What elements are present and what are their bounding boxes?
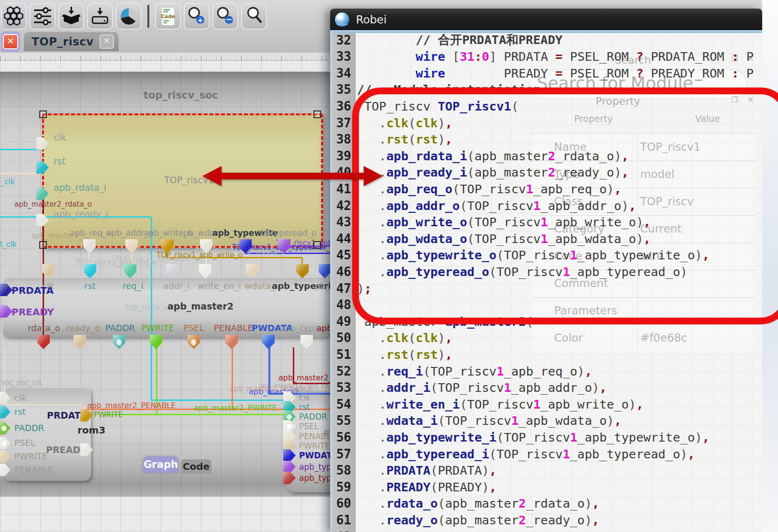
canvas-label: PREADY [46,445,86,455]
canvas-label: addr_i [163,281,189,291]
canvas-label: t_clk [0,241,16,249]
hexagon-grid-button[interactable] [1,3,27,30]
canvas-label: PWRITE [94,410,123,419]
graph-view-button[interactable]: Graph [143,456,178,473]
canvas-label: PSEL [183,323,204,333]
canvas-label: rst [84,281,96,291]
canvas-label: ready_o [66,323,100,333]
code-line-58[interactable]: 58 .PRDATA(PRDATA), [330,462,762,479]
canvas-label: apb_master2 [167,301,233,311]
code-line-60[interactable]: 60 .rdata_o(apb_master2_rdata_o), [330,495,762,512]
package-open-button[interactable] [58,3,84,30]
code-line-34[interactable]: 34 wire PREADY = PSEL_ROM ? PREADY_ROM :… [330,65,762,81]
code-line-33[interactable]: 33 wire [31:0] PRDATA = PSEL_ROM ? PRDAT… [330,48,762,65]
tab-label: TOP_riscv [32,35,94,48]
canvas-label: PADDR [299,412,327,421]
canvas-label: PWRITE [299,442,330,451]
canvas-label: PADDR [14,423,44,433]
code-view-button[interactable]: Code [181,459,211,474]
canvas-label: PENABLE [214,323,253,333]
code-line-52[interactable]: 52 .req_i(TOP_riscv1_apb_req_o), [330,363,762,379]
toolbar-divider [147,5,149,28]
canvas-label: clk [299,393,311,402]
code-line-51[interactable]: 51 .rst(rst), [330,346,762,363]
canvas-label: clk [14,393,26,403]
canvas-label: botyperead_o [261,229,316,238]
wire [232,347,233,409]
canvas-label: pb_ [315,281,330,291]
canvas-label: rst [54,156,66,166]
canvas-label: soc_soc_rst [1,379,42,387]
save-import-button[interactable] [87,3,113,30]
code-line-57[interactable]: 57 .apb_typeread_i(TOP_riscv1_apb_typere… [330,445,762,462]
pie-chart-button[interactable] [116,3,142,30]
canvas-label: PADDR [105,323,135,333]
canvas-label: req_i [122,281,144,291]
canvas-label: PSEL [299,422,319,431]
canvas-label: rst [14,407,26,417]
canvas-label: rom3 [78,425,105,435]
code-line-56[interactable]: 56 .apb_typewrite_i(TOP_riscv1_apb_typew… [330,429,762,445]
zoom-button[interactable] [241,3,267,30]
code-line-32[interactable]: 32 // 合开PRDATA和PREADY [330,33,762,48]
code-line-54[interactable]: 54 .write_en_i(TOP_riscv1_apb_write_o), [330,396,762,412]
sliders-button[interactable] [30,3,56,30]
canvas-label: clk [54,133,67,143]
port-marker[interactable] [313,111,321,118]
svg-text:−: − [225,14,232,24]
port-marker[interactable] [39,241,47,249]
tab-bar: ✕ TOP_riscv ✕ [0,31,119,53]
svg-text:Code: Code [161,13,175,19]
arrow-right-head [364,166,383,186]
canvas-label: PRDATA [11,285,54,296]
window-left-edge [330,30,332,532]
canvas-label: write_en_i [198,281,241,291]
canvas-label: apb_master2_rdata_o [14,200,92,209]
wire [0,173,42,174]
zoom-in-button[interactable]: + [184,3,210,30]
canvas-label: rdata_o [28,323,60,333]
svg-text:+: + [197,16,203,24]
canvas-label: _clk [1,178,15,186]
toolbar: Code+− [1,3,267,30]
tab-close-icon[interactable]: ✕ [100,34,114,49]
window-title: Robei [356,13,387,26]
canvas-label: PREADY [11,307,54,317]
tab-top-riscv[interactable]: TOP_riscv ✕ [24,32,119,51]
canvas-label: PENABLE [14,465,54,475]
wire [103,414,288,415]
code-doc-button[interactable]: Code [155,3,181,30]
canvas-label: apb_master2_PENABLE [87,401,176,410]
code-line-59[interactable]: 59 .PREADY(PREADY), [330,478,762,495]
canvas-label: PWRITE [14,452,47,461]
code-line-53[interactable]: 53 .addr_i(TOP_riscv1_apb_addr_o), [330,379,762,396]
canvas-label: top_riscv_soc [144,90,218,101]
canvas-label: apb_ready_i [54,209,108,219]
code-line-61[interactable]: 61 .ready_o(apb_master2_ready_o), [330,511,762,528]
window-titlebar[interactable]: Robei Robei [330,9,762,30]
canvas-label: apb_master2_ [32,232,82,240]
canvas-label: apb_master2_PWRITE [194,404,277,412]
wire [4,404,81,405]
code-line-55[interactable]: 55 .wdata_i(TOP_riscv1_apb_wdata_o), [330,412,762,429]
arrow-shaft [220,173,366,179]
canvas-label: rst [299,403,310,412]
arrow-left-head [202,166,222,186]
zoom-out-button[interactable]: − [212,3,238,30]
close-icon: ✕ [3,34,18,49]
wire [0,149,42,150]
code-line-62[interactable]: 62 .PADDR(PADDR) [330,528,762,532]
canvas-label: PSEL [14,438,35,448]
port-marker[interactable] [39,111,47,118]
port-marker[interactable] [313,241,321,249]
code-line-50[interactable]: 50 .clk(clk), [330,330,762,346]
annotation-arrow [202,166,383,186]
canvas-label: PWRITE [141,323,174,333]
annotation-highlight-box [352,88,778,324]
robei-logo-icon: Robei [335,12,349,27]
close-all-button[interactable]: ✕ [1,32,20,52]
canvas-label: apb_rdata_i [54,183,106,193]
app-window: top_riscv_socTOP_riscv1clkrstapb_rdata_i… [0,0,778,532]
